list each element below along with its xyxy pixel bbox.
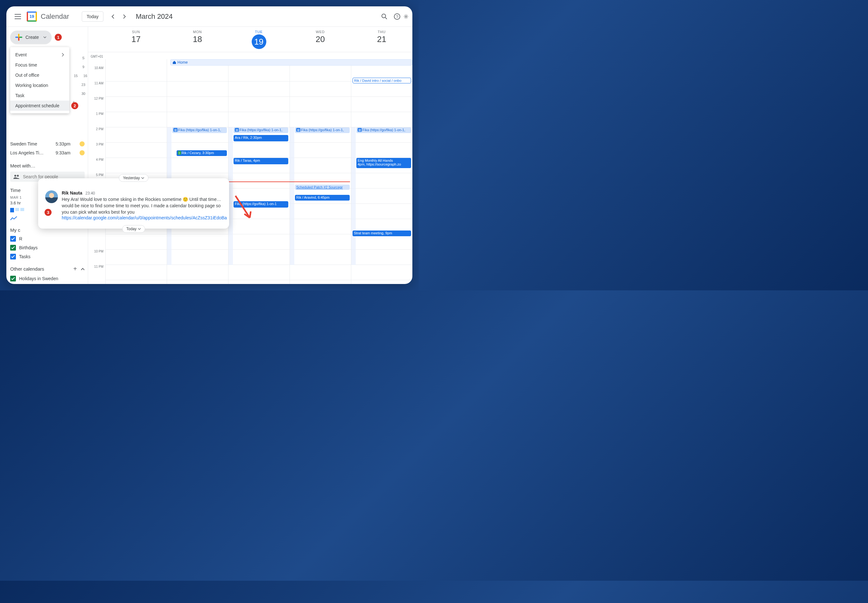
event-fika-wed[interactable]: ⊞Fika (https://go/fika) 1-on-1, bbox=[295, 127, 350, 133]
svg-text:?: ? bbox=[396, 14, 398, 19]
event-fika-tue[interactable]: ⊞Fika (https://go/fika) 1-on-1, bbox=[234, 127, 288, 133]
menu-task[interactable]: Task bbox=[10, 90, 69, 100]
event-david-intro[interactable]: Rik / David intro / social / onbo bbox=[353, 78, 411, 83]
calendar-row-tasks[interactable]: Tasks bbox=[10, 254, 85, 260]
weather-icon bbox=[80, 150, 85, 155]
chat-booking-link[interactable]: https://calendar.google.com/calendar/u/0… bbox=[62, 215, 227, 220]
menu-appointment-schedule[interactable]: Appointment schedule 2 bbox=[10, 100, 69, 111]
chat-timestamp: 23:40 bbox=[85, 191, 95, 195]
main-menu-button[interactable] bbox=[10, 9, 25, 24]
annotation-badge-3: 3 bbox=[45, 209, 52, 216]
weather-icon bbox=[80, 141, 85, 147]
sidebar: Create 1 Event Focus time Out of office … bbox=[6, 27, 88, 284]
chevron-up-icon[interactable] bbox=[81, 268, 85, 270]
create-menu: Event Focus time Out of office Working l… bbox=[10, 47, 69, 113]
time-gutter: 10 AM11 AM12 PM 1 PM2 PM3 PM 4 PM5 PM 10… bbox=[88, 66, 105, 280]
menu-working-location[interactable]: Working location bbox=[10, 80, 69, 90]
svg-point-5 bbox=[17, 175, 19, 177]
calendar-grid: SUN17 MON18 TUE19 WED20 THU21 GMT+01 Hom… bbox=[88, 27, 412, 284]
chat-message-text: Hey Ara! Would love to come skiing in th… bbox=[62, 196, 227, 215]
event-strat-meeting[interactable]: Strat team meeting, 9pm bbox=[353, 230, 411, 236]
day-column-mon[interactable]: ⊞Fika (https://go/fika) 1-on-1, ↕Rik / C… bbox=[167, 66, 228, 284]
search-icon[interactable] bbox=[378, 10, 391, 23]
add-calendar-icon[interactable]: + bbox=[73, 265, 77, 272]
timezone-row-la: Los Angeles Ti… 9:33am bbox=[10, 148, 85, 157]
help-icon[interactable]: ? bbox=[391, 10, 404, 23]
chevron-right-icon bbox=[62, 53, 64, 57]
next-week-button[interactable] bbox=[119, 11, 130, 22]
logo-day-number: 19 bbox=[27, 11, 37, 22]
svg-point-3 bbox=[405, 15, 407, 17]
annotation-badge-1: 1 bbox=[55, 34, 62, 41]
allday-row: Home bbox=[88, 59, 412, 66]
chat-sender-name: Rik Nauta bbox=[62, 190, 82, 195]
calendar-row-birthdays[interactable]: Birthdays bbox=[10, 245, 85, 250]
home-chip[interactable]: Home bbox=[170, 59, 412, 66]
calendar-row-holidays[interactable]: Holidays in Sweden bbox=[10, 276, 85, 281]
app-name: Calendar bbox=[41, 12, 69, 21]
svg-point-0 bbox=[382, 14, 385, 18]
event-ara-rik[interactable]: Ara / Rik, 2:30pm bbox=[234, 135, 288, 141]
menu-focus-time[interactable]: Focus time bbox=[10, 60, 69, 70]
day-column-thu[interactable]: Rik / David intro / social / onbo ⊞Fika … bbox=[351, 66, 412, 284]
header: 19 Calendar Today March 2024 ? bbox=[6, 6, 412, 27]
day-headers: SUN17 MON18 TUE19 WED20 THU21 bbox=[88, 27, 412, 52]
chat-popup: Yesterday Rik Nauta 23:40 Hey Ara! Would… bbox=[38, 178, 229, 229]
event-patch[interactable]: Scheduled Patch #2 Sourcegr bbox=[295, 185, 350, 190]
create-label: Create bbox=[25, 35, 39, 40]
prev-week-button[interactable] bbox=[107, 11, 119, 22]
calendar-row-personal[interactable]: R bbox=[10, 236, 85, 242]
event-cezary[interactable]: ↕Rik / Cezary, 3:30pm bbox=[177, 150, 227, 156]
other-calendars-title: Other calendars bbox=[10, 266, 44, 272]
day-column-tue[interactable]: ⊞Fika (https://go/fika) 1-on-1, Ara / Ri… bbox=[228, 66, 290, 284]
event-rik-taras[interactable]: Rik / Taras, 4pm bbox=[234, 158, 288, 164]
app-window: 19 Calendar Today March 2024 ? bbox=[6, 6, 412, 284]
meet-with-title: Meet with… bbox=[10, 163, 85, 169]
create-button[interactable]: Create bbox=[10, 31, 52, 44]
event-all-hands[interactable]: Eng Monthly All Hands 4pm, https://sourc… bbox=[356, 158, 411, 168]
people-icon bbox=[13, 175, 20, 179]
settings-icon[interactable] bbox=[404, 10, 409, 23]
event-fika-tue-2[interactable]: Fika (https://go/fika) 1-on-1 bbox=[234, 201, 288, 207]
event-fika-thu[interactable]: ⊞Fika (https://go/fika) 1-on-1, bbox=[356, 127, 411, 133]
timezone-label: GMT+01 bbox=[91, 55, 103, 58]
month-title: March 2024 bbox=[136, 12, 173, 21]
chat-separator-today[interactable]: Today bbox=[122, 225, 145, 233]
chat-separator-yesterday[interactable]: Yesterday bbox=[119, 174, 149, 182]
plus-icon bbox=[15, 34, 22, 41]
menu-out-of-office[interactable]: Out of office bbox=[10, 70, 69, 80]
day-column-wed[interactable]: ⊞Fika (https://go/fika) 1-on-1, Schedule… bbox=[290, 66, 351, 284]
avatar bbox=[45, 190, 58, 203]
annotation-badge-2: 2 bbox=[71, 102, 78, 109]
timezone-row-sweden: Sweden Time 5:33pm bbox=[10, 139, 85, 148]
event-aravind[interactable]: Rik / Aravind, 6:45pm bbox=[295, 195, 350, 201]
now-indicator bbox=[227, 181, 350, 182]
event-fika-mon[interactable]: ⊞Fika (https://go/fika) 1-on-1, bbox=[172, 127, 227, 133]
svg-point-4 bbox=[14, 175, 16, 177]
today-button[interactable]: Today bbox=[82, 11, 103, 22]
menu-event[interactable]: Event bbox=[10, 49, 69, 60]
calendar-logo: 19 bbox=[25, 10, 38, 23]
